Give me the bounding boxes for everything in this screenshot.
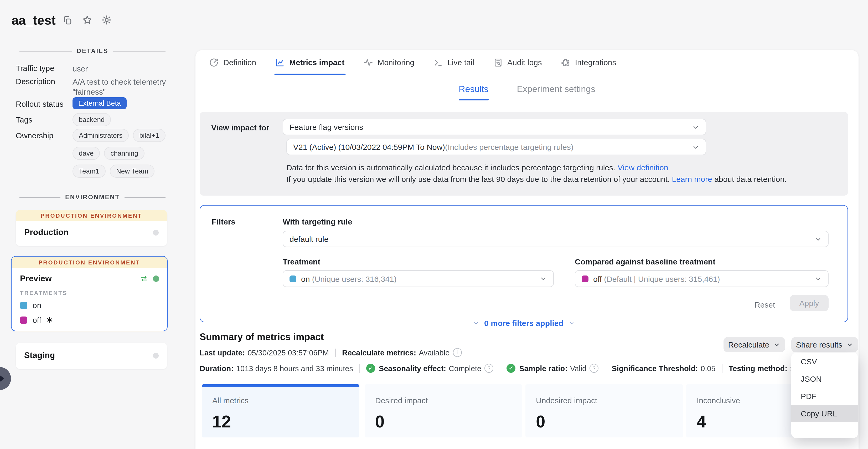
significance-threshold-label: Significance Threshold:: [612, 364, 698, 372]
description-label: Description: [16, 77, 55, 86]
tab-integrations[interactable]: Integrations: [561, 50, 616, 74]
ownership-label: Ownership: [16, 131, 53, 140]
owner-pill[interactable]: Team1: [72, 164, 105, 178]
chevron-down-icon: [773, 341, 780, 348]
copy-icon[interactable]: [63, 15, 72, 25]
line-chart-icon: [275, 58, 284, 67]
subtab-experiment-settings[interactable]: Experiment settings: [517, 84, 595, 95]
sidebar: aa_test DETAILS Traffic type user Descri…: [0, 0, 195, 449]
recalculate-metrics-value: Available: [419, 348, 450, 357]
tab-live-tail[interactable]: Live tail: [433, 50, 474, 74]
last-update-value: 05/30/2025 03:57:06PM: [247, 348, 329, 357]
traffic-type-value: user: [72, 64, 88, 73]
share-results-button[interactable]: Share results: [791, 337, 858, 352]
share-results-menu: CSV JSON PDF Copy URL: [791, 353, 858, 438]
question-circle-icon[interactable]: ?: [590, 364, 598, 373]
document-search-icon: [493, 58, 502, 67]
impact-type-select[interactable]: Feature flag versions: [283, 119, 706, 135]
details-heading: DETAILS: [77, 47, 108, 55]
menu-item-json[interactable]: JSON: [791, 370, 858, 388]
treatment-row-off: off: [11, 310, 167, 324]
metric-card-all-metrics[interactable]: All metrics 12: [202, 384, 360, 438]
owner-pill[interactable]: dave: [72, 147, 100, 160]
tab-monitoring[interactable]: Monitoring: [363, 50, 414, 74]
targeting-rule-select[interactable]: default rule: [283, 231, 829, 247]
testing-method-label: Testing method:: [729, 364, 787, 372]
menu-item-csv[interactable]: CSV: [791, 353, 858, 370]
tag-pill[interactable]: backend: [72, 113, 111, 126]
treatments-heading: TREATMENTS: [11, 283, 167, 296]
environment-section-header: ENVIRONMENT: [20, 193, 165, 201]
metric-card-label: Undesired impact: [536, 396, 673, 405]
environment-name: Preview: [20, 274, 52, 283]
treatment-on-swatch: [20, 301, 27, 309]
environment-card-staging[interactable]: Staging: [16, 343, 167, 369]
recalculate-button[interactable]: Recalculate: [723, 337, 785, 352]
treatment-off-swatch: [582, 275, 588, 282]
tab-audit-logs[interactable]: Audit logs: [493, 50, 542, 74]
learn-more-link[interactable]: Learn more: [672, 175, 712, 183]
rollout-status-badge[interactable]: External Beta: [72, 97, 127, 109]
treatment-select[interactable]: on (Unique users: 316,341): [283, 270, 554, 287]
menu-item-copy-url[interactable]: Copy URL: [791, 405, 858, 422]
metric-card-undesired-impact[interactable]: Undesired impact 0: [525, 384, 683, 438]
favorite-star-icon[interactable]: [82, 15, 92, 25]
settings-gear-icon[interactable]: [101, 15, 112, 25]
summary-meta-row-2: Duration: 1013 days 8 hours and 33 minut…: [200, 364, 804, 373]
summary-meta-row-1: Last update: 05/30/2025 03:57:06PM Recal…: [200, 348, 462, 357]
more-filters-toggle[interactable]: 0 more filters applied: [467, 317, 581, 329]
check-circle-icon: ✓: [366, 364, 375, 373]
baseline-select[interactable]: off (Default | Unique users: 315,461): [575, 270, 829, 287]
chevron-down-icon: [692, 123, 699, 131]
traffic-type-label: Traffic type: [16, 64, 54, 72]
reset-button[interactable]: Reset: [754, 300, 775, 309]
metric-card-value: 0: [375, 412, 512, 432]
view-definition-link[interactable]: View definition: [618, 163, 668, 172]
swap-arrows-icon: [140, 275, 148, 282]
tab-label: Live tail: [447, 58, 474, 67]
tab-label: Audit logs: [507, 58, 542, 67]
metric-card-value: 0: [536, 412, 673, 432]
metric-card-desired-impact[interactable]: Desired impact 0: [365, 384, 522, 438]
apply-button[interactable]: Apply: [790, 295, 829, 311]
filters-label: Filters: [212, 217, 236, 226]
version-select[interactable]: V21 (Active) (10/03/2022 04:59PM To Now)…: [286, 139, 706, 155]
info-circle-icon[interactable]: i: [453, 348, 462, 357]
menu-item-pdf[interactable]: PDF: [791, 388, 858, 405]
owner-pill[interactable]: channing: [104, 147, 145, 160]
version-info-line-1: Data for this version is automatically c…: [286, 163, 668, 172]
tab-metrics-impact[interactable]: Metrics impact: [275, 50, 344, 74]
version-info-text: Data for this version is automatically c…: [286, 163, 618, 172]
targeting-rule-value: default rule: [289, 235, 329, 243]
tab-label: Metrics impact: [289, 58, 344, 67]
metric-card-value: 12: [212, 412, 349, 432]
version-value: V21 (Active) (10/03/2022 04:59PM To Now): [293, 143, 445, 151]
filters-card: Filters With targeting rule default rule…: [200, 205, 848, 322]
status-dot-icon: [153, 275, 159, 282]
sidebar-expand-button[interactable]: [0, 367, 11, 390]
subtab-results[interactable]: Results: [459, 84, 488, 95]
owner-pill[interactable]: New Team: [110, 164, 154, 178]
seasonality-value: Complete: [449, 364, 481, 372]
environment-card-production[interactable]: PRODUCTION ENVIRONMENT Production: [16, 210, 167, 246]
owner-pill[interactable]: bilal+1: [133, 129, 165, 142]
environment-card-preview[interactable]: PRODUCTION ENVIRONMENT Preview TREATMENT…: [11, 256, 167, 331]
treatment-name: on: [33, 301, 41, 310]
terminal-icon: [433, 58, 443, 67]
rollout-status-label: Rollout status: [16, 99, 64, 108]
tab-label: Integrations: [575, 58, 616, 67]
owner-pill[interactable]: Administrators: [72, 129, 129, 142]
duration-label: Duration:: [200, 364, 234, 372]
status-dot-icon: [153, 230, 159, 235]
sample-ratio-label: Sample ratio:: [519, 364, 567, 372]
puzzle-icon: [561, 58, 570, 67]
question-circle-icon[interactable]: ?: [485, 364, 493, 373]
default-treatment-asterisk-icon: [46, 317, 53, 323]
retention-info-text: If you update this version we will only …: [286, 175, 672, 183]
production-environment-banner: PRODUCTION ENVIRONMENT: [11, 257, 167, 268]
treatment-row-on: on: [11, 296, 167, 310]
more-filters-label: 0 more filters applied: [484, 318, 563, 327]
chevron-down-icon: [814, 275, 822, 282]
version-note: (Includes percentage targeting rules): [445, 143, 574, 151]
tab-definition[interactable]: Definition: [209, 50, 256, 74]
